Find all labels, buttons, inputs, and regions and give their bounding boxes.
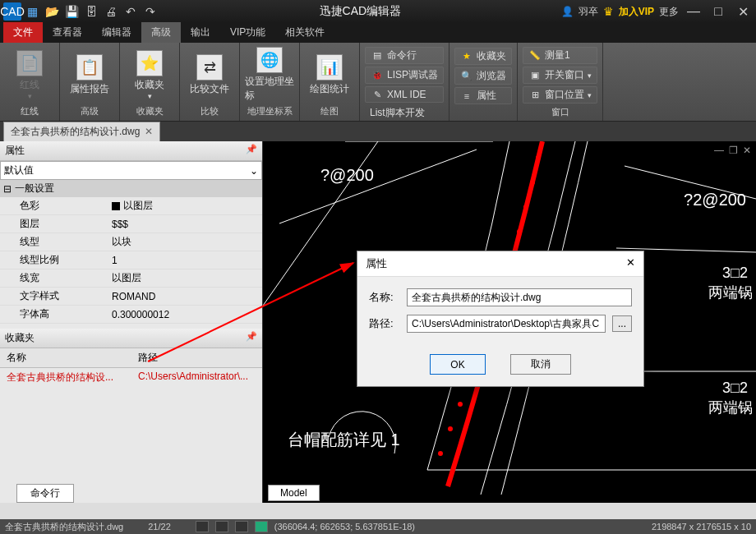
pin-icon[interactable]: 📌 [246,331,257,345]
username[interactable]: 羽卒 [579,5,598,19]
close-button[interactable]: ✕ [733,4,753,20]
redo-icon[interactable]: ↷ [141,2,159,21]
props-icon: ≡ [460,90,473,103]
favorites-row[interactable]: 全套古典拱桥的结构设... C:\Users\Administrator\... [0,368,262,387]
prop-row[interactable]: 字体高0.300000012 [0,306,262,324]
annot-2: ?2@200 [684,191,746,209]
command-line[interactable] [0,503,756,519]
favorites-button[interactable]: ⭐收藏夹▾ [125,50,174,100]
saveall-icon[interactable]: 🗄 [82,2,100,21]
status-extent: 2198847 x 2176515 x 10 [652,522,751,532]
close-icon[interactable]: ✕ [145,126,153,137]
ribbon: 📄红线▾红线 📋属性报告高级 ⭐收藏夹▾收藏夹 ⇄比较文件比较 🌐设置地理坐标地… [0,43,756,122]
tab-output[interactable]: 输出 [181,22,220,43]
save-icon[interactable]: 💾 [62,2,81,21]
close-icon: ✕ [743,145,751,156]
redline-icon: 📄 [16,50,43,76]
titlebar: CAD ▦ 📂 💾 🗄 🖨 ↶ ↷ 迅捷CAD编辑器 👤 羽卒 ♛ 加入VIP … [0,0,756,23]
browser-button[interactable]: 🔍浏览器 [454,67,512,85]
more-label[interactable]: 更多 [659,5,679,19]
svg-point-3 [517,229,522,234]
pin-icon[interactable]: 📌 [246,144,257,158]
print-icon[interactable]: 🖨 [102,2,120,21]
prop-row[interactable]: 线型比例1 [0,251,262,269]
path-input[interactable] [407,315,606,333]
toggle-window-button[interactable]: ▣开关窗口▾ [523,67,597,84]
stats-button[interactable]: 📊绘图统计 [305,54,354,96]
prop-row[interactable]: 文字样式ROMAND [0,288,262,306]
grid-toggle[interactable] [215,521,228,532]
vip-button[interactable]: 加入VIP [619,5,654,19]
pos-icon: ⊞ [528,89,542,102]
status-bar: 全套古典拱桥的结构设计.dwg 21/22 (366064.4; 662653;… [0,519,756,534]
prop-category[interactable]: ⊟一般设置 [0,180,262,197]
group-geo: 地理坐标系 [247,104,293,119]
compare-button[interactable]: ⇄比较文件 [185,54,234,96]
status-pages: 21/22 [148,522,171,532]
tab-advanced[interactable]: 高级 [141,22,181,43]
ortho-toggle[interactable] [235,521,248,532]
browse-button[interactable]: ... [612,315,632,332]
new-icon[interactable]: ▦ [23,2,41,21]
props-button[interactable]: ≡属性 [454,87,512,104]
cancel-button[interactable]: 取消 [510,354,571,375]
window-pos-button[interactable]: ⊞窗口位置▾ [523,86,597,104]
model-tab[interactable]: Model [268,485,320,501]
user-icon[interactable]: 👤 [561,6,574,17]
compare-icon: ⇄ [196,54,223,81]
name-input[interactable] [407,288,632,306]
svg-point-1 [530,180,535,185]
annot-7: 台帽配筋详见 1 [288,429,400,451]
group-redline: 红线 [21,104,39,119]
undo-icon[interactable]: ↶ [122,2,140,21]
status-coords: (366064.4; 662653; 5.637851E-18) [274,522,415,532]
xml-button[interactable]: ✎XML IDE [365,86,444,103]
prop-row[interactable]: 色彩以图层 [0,197,262,215]
tab-viewer[interactable]: 查看器 [43,22,92,43]
group-draw: 绘图 [320,104,339,119]
tab-editor[interactable]: 编辑器 [92,22,141,43]
list-button[interactable]: List脚本开发 [365,105,444,121]
status-file: 全套古典拱桥的结构设计.dwg [5,521,123,533]
browser-icon: 🔍 [460,70,473,83]
svg-point-2 [523,205,528,209]
lisp-button[interactable]: 🐞LISP调试器 [365,67,444,84]
favorites-icon: ⭐ [136,50,163,76]
prop-row[interactable]: 线型以块 [0,233,262,251]
name-label: 名称: [369,290,400,305]
polar-toggle[interactable] [255,521,268,532]
app-title: 迅捷CAD编辑器 [159,4,561,19]
xml-icon: ✎ [371,88,384,101]
snap-toggle[interactable] [196,521,209,532]
prop-report-button[interactable]: 📋属性报告 [65,54,114,96]
report-icon: 📋 [76,54,103,81]
prop-row[interactable]: 图层$$$ [0,215,262,233]
tab-file[interactable]: 文件 [3,22,43,43]
tab-vip[interactable]: VIP功能 [220,22,275,43]
quick-access-toolbar: CAD ▦ 📂 💾 🗄 🖨 ↶ ↷ [3,2,159,21]
default-combo[interactable]: 默认值⌄ [0,161,262,180]
viewport-controls[interactable]: —❐✕ [714,145,751,156]
open-icon[interactable]: 📂 [43,2,61,21]
cmdline-tab[interactable]: 命令行 [16,484,74,503]
ok-button[interactable]: OK [430,354,485,375]
min-icon: — [714,145,724,156]
properties-dialog: 属性 ✕ 名称: 路径: ... OK 取消 [357,251,644,387]
dialog-title: 属性 [366,256,387,271]
group-window: 窗口 [551,104,569,120]
minimize-button[interactable]: — [684,4,703,19]
geo-button[interactable]: 🌐设置地理坐标 [245,47,294,103]
prop-row[interactable]: 线宽以图层 [0,269,262,288]
cmdline-button[interactable]: ▤命令行 [365,47,444,64]
window-icon: ▣ [528,69,542,82]
tab-related[interactable]: 相关软件 [275,22,334,43]
fav2-button[interactable]: ★收藏夹 [454,48,512,65]
group-favorites: 收藏夹 [136,104,164,119]
titlebar-right: 👤 羽卒 ♛ 加入VIP 更多 — □ ✕ [561,4,753,20]
document-tab[interactable]: 全套古典拱桥的结构设计.dwg ✕ [3,122,160,142]
maximize-button[interactable]: □ [708,4,728,19]
dialog-close-button[interactable]: ✕ [626,256,635,271]
stats-icon: 📊 [316,54,343,81]
svg-point-10 [458,402,463,407]
measure-button[interactable]: 📏测量1 [523,47,597,64]
